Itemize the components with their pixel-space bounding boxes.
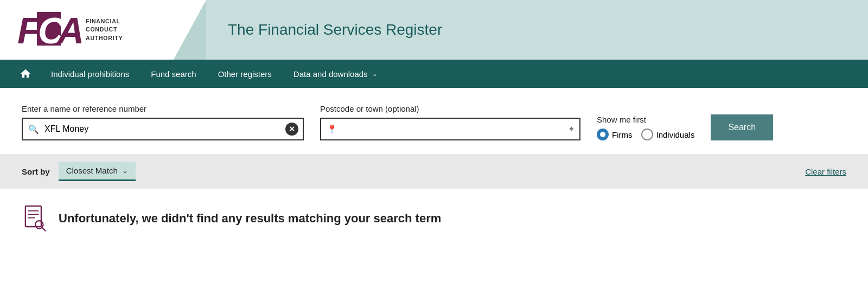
sort-dropdown[interactable]: Closest Match ⌄ xyxy=(59,162,136,181)
clear-input-button[interactable]: ✕ xyxy=(285,123,298,136)
name-search-group: Enter a name or reference number 🔍 ✕ xyxy=(22,104,304,140)
search-icon: 🔍 xyxy=(28,124,39,134)
svg-text:A: A xyxy=(56,10,81,50)
no-results-row: Unfortunately, we didn't find any result… xyxy=(22,205,846,232)
sort-left: Sort by Closest Match ⌄ xyxy=(22,162,136,181)
postcode-input-wrapper: 📍 ⌖ xyxy=(320,118,580,140)
fca-logo: F C A FINANCIAL CONDUCT AUTHORITY xyxy=(16,10,123,50)
page-title: The Financial Services Register xyxy=(228,21,442,39)
logo-section: F C A FINANCIAL CONDUCT AUTHORITY xyxy=(0,0,174,60)
nav-item-other-registers[interactable]: Other registers xyxy=(207,60,283,88)
radio-individuals-option[interactable]: Individuals xyxy=(641,129,695,140)
home-nav-button[interactable] xyxy=(11,60,40,88)
gps-icon: ⌖ xyxy=(569,124,574,134)
radio-inner-dot xyxy=(600,132,605,137)
name-search-label: Enter a name or reference number xyxy=(22,104,304,113)
postcode-search-label: Postcode or town (optional) xyxy=(320,104,580,113)
radio-firms-button[interactable] xyxy=(597,129,609,140)
nav-item-data-and-downloads[interactable]: Data and downloads ⌄ xyxy=(283,60,388,88)
chevron-down-icon: ⌄ xyxy=(372,70,378,78)
nav-item-individual-prohibitions[interactable]: Individual prohibitions xyxy=(40,60,140,88)
search-row: Enter a name or reference number 🔍 ✕ Pos… xyxy=(22,104,846,140)
main-nav: Individual prohibitions Fund search Othe… xyxy=(0,60,868,88)
no-results-text: Unfortunately, we didn't find any result… xyxy=(59,211,441,226)
nav-item-fund-search[interactable]: Fund search xyxy=(140,60,207,88)
svg-line-9 xyxy=(42,228,46,231)
postcode-search-input[interactable] xyxy=(320,118,580,140)
home-icon xyxy=(20,68,31,80)
search-section: Enter a name or reference number 🔍 ✕ Pos… xyxy=(0,88,868,154)
page-header: F C A FINANCIAL CONDUCT AUTHORITY The Fi… xyxy=(0,0,868,60)
fca-logo-svg: F C A xyxy=(16,10,81,50)
radio-individuals-button[interactable] xyxy=(641,129,653,140)
radio-row: Firms Individuals xyxy=(597,129,694,140)
no-results-icon xyxy=(22,205,49,232)
show-me-group: Show me first Firms Individuals xyxy=(597,115,694,140)
show-me-label: Show me first xyxy=(597,115,694,124)
radio-firms-option[interactable]: Firms xyxy=(597,129,633,140)
location-icon: 📍 xyxy=(327,124,337,134)
fca-name: FINANCIAL CONDUCT AUTHORITY xyxy=(86,17,123,42)
search-button[interactable]: Search xyxy=(711,114,773,140)
svg-rect-4 xyxy=(25,206,41,227)
name-search-input[interactable] xyxy=(22,118,304,140)
name-input-wrapper: 🔍 ✕ xyxy=(22,118,304,140)
sort-by-label: Sort by xyxy=(22,167,50,176)
clear-filters-button[interactable]: Clear filters xyxy=(805,167,846,176)
sort-bar: Sort by Closest Match ⌄ Clear filters xyxy=(0,154,868,189)
sort-value: Closest Match xyxy=(66,166,118,175)
sort-chevron-icon: ⌄ xyxy=(122,166,128,175)
header-divider xyxy=(174,0,206,60)
header-title-section: The Financial Services Register xyxy=(206,0,868,60)
results-section: Unfortunately, we didn't find any result… xyxy=(0,189,868,248)
postcode-search-group: Postcode or town (optional) 📍 ⌖ xyxy=(320,104,580,140)
